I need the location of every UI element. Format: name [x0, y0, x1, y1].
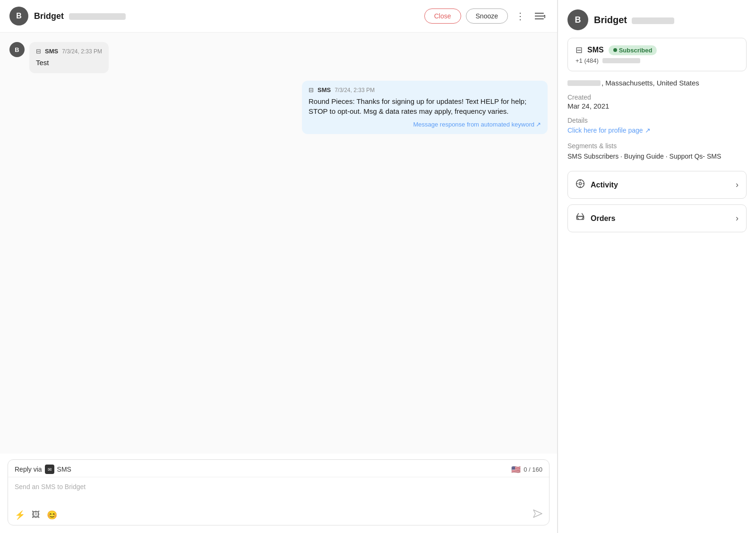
location-text: , Massachusetts, United States	[601, 79, 699, 87]
activity-label: Activity	[591, 181, 618, 189]
activity-card-left: Activity	[576, 179, 618, 191]
char-count: 🇺🇸 0 / 160	[511, 465, 542, 474]
activity-icon	[576, 179, 585, 191]
sms-phone: +1 (484)	[576, 57, 739, 64]
flag-icon: 🇺🇸	[511, 465, 521, 474]
phone-redacted	[602, 58, 640, 63]
profile-link-text: Click here for profile page	[567, 127, 643, 134]
sms-channel-box: ✉	[45, 465, 54, 474]
segments-value: SMS Subscribers · Buying Guide · Support…	[567, 152, 747, 161]
reply-input-area[interactable]: Send an SMS to Bridget	[8, 477, 549, 506]
snooze-button[interactable]: Snooze	[466, 8, 508, 24]
external-link-icon: ↗	[536, 121, 541, 128]
contact-created: Created Mar 24, 2021	[567, 93, 747, 110]
sms-channel-icon: ⊟	[36, 48, 41, 55]
sms-icon: ✉	[48, 467, 52, 472]
reply-header: Reply via ✉ SMS 🇺🇸 0 / 160	[8, 460, 549, 477]
sms-card-icon: ⊟	[576, 45, 583, 55]
orders-label: Orders	[591, 214, 615, 223]
reply-via-label: Reply via	[15, 465, 42, 473]
reply-toolbar: ⚡ 🖼 😊	[15, 510, 57, 520]
right-header: B Bridget	[567, 9, 747, 30]
msg-bubble-outgoing: ⊟ SMS 7/3/24, 2:33 PM Round Pieces: Than…	[302, 81, 548, 134]
msg-time-incoming: 7/3/24, 2:33 PM	[62, 48, 102, 55]
image-icon[interactable]: 🖼	[32, 510, 40, 520]
details-label: Details	[567, 117, 747, 124]
created-value: Mar 24, 2021	[567, 102, 747, 110]
activity-card[interactable]: Activity ›	[567, 171, 747, 199]
message-outgoing: ⊟ SMS 7/3/24, 2:33 PM Round Pieces: Than…	[9, 81, 548, 134]
svg-point-4	[579, 183, 582, 185]
msg-channel-outgoing: SMS	[318, 86, 331, 93]
msg-footer: Message response from automated keyword …	[309, 120, 541, 128]
header-actions: Close Snooze ⋮	[424, 8, 548, 24]
conversation-list-icon[interactable]	[533, 8, 548, 24]
send-button[interactable]	[533, 509, 542, 520]
reply-box: Reply via ✉ SMS 🇺🇸 0 / 160 Send an SMS t…	[8, 459, 550, 525]
right-avatar: B	[567, 9, 588, 30]
more-options-button[interactable]: ⋮	[513, 8, 528, 24]
orders-chevron-icon: ›	[736, 213, 739, 223]
close-button[interactable]: Close	[424, 8, 461, 24]
orders-icon	[576, 212, 585, 224]
subscribed-dot	[613, 48, 617, 52]
reply-via: Reply via ✉ SMS	[15, 465, 71, 474]
msg-time-outgoing: 7/3/24, 2:33 PM	[335, 87, 375, 93]
msg-text-incoming: Test	[36, 58, 102, 68]
contact-details: Details Click here for profile page ↗	[567, 117, 747, 135]
subscribed-badge: Subscribed	[609, 45, 657, 55]
right-name-redacted	[632, 17, 674, 24]
sms-card-header: ⊟ SMS Subscribed	[576, 45, 739, 55]
chat-area: B ⊟ SMS 7/3/24, 2:33 PM Test ⊟ SMS 7/3/2…	[0, 33, 557, 454]
orders-card-left: Orders	[576, 212, 615, 224]
created-label: Created	[567, 93, 747, 101]
segments-section: Segments & lists SMS Subscribers · Buyin…	[567, 142, 747, 161]
contact-avatar: B	[9, 7, 28, 25]
orders-card[interactable]: Orders ›	[567, 204, 747, 232]
sms-card-label: SMS	[587, 46, 604, 54]
char-count-value: 0 / 160	[524, 466, 542, 473]
quick-reply-icon[interactable]: ⚡	[15, 510, 25, 520]
contact-name: Bridget	[34, 11, 419, 21]
msg-avatar-incoming: B	[9, 42, 25, 57]
msg-bubble-incoming: ⊟ SMS 7/3/24, 2:33 PM Test	[29, 42, 109, 73]
msg-text-outgoing: Round Pieces: Thanks for signing up for …	[309, 96, 541, 116]
location-redacted	[567, 80, 601, 86]
sms-channel-icon-out: ⊟	[309, 86, 314, 93]
emoji-icon[interactable]: 😊	[47, 510, 57, 520]
right-contact-name: Bridget	[594, 15, 627, 25]
reply-footer: ⚡ 🖼 😊	[8, 506, 549, 525]
message-incoming: B ⊟ SMS 7/3/24, 2:33 PM Test	[9, 42, 548, 73]
profile-page-link[interactable]: Click here for profile page ↗	[567, 127, 651, 134]
msg-channel-incoming: SMS	[45, 48, 58, 55]
name-redacted	[69, 13, 126, 20]
conversation-panel: B Bridget Close Snooze ⋮ B	[0, 0, 558, 533]
activity-chevron-icon: ›	[736, 180, 739, 190]
msg-meta-incoming: ⊟ SMS 7/3/24, 2:33 PM	[36, 48, 102, 55]
subscribed-label: Subscribed	[619, 47, 653, 54]
contact-location: , Massachusetts, United States	[567, 79, 747, 87]
conversation-header: B Bridget Close Snooze ⋮	[0, 0, 557, 33]
reply-channel-label: SMS	[57, 465, 71, 473]
external-link-icon: ↗	[645, 127, 651, 134]
msg-meta-outgoing: ⊟ SMS 7/3/24, 2:33 PM	[309, 86, 541, 93]
automated-keyword-link[interactable]: Message response from automated keyword …	[413, 121, 541, 128]
contact-panel: B Bridget ⊟ SMS Subscribed +1 (484) , Ma…	[558, 0, 756, 533]
reply-placeholder: Send an SMS to Bridget	[15, 483, 86, 491]
segments-label: Segments & lists	[567, 142, 747, 150]
sms-subscription-card: ⊟ SMS Subscribed +1 (484)	[567, 38, 747, 71]
